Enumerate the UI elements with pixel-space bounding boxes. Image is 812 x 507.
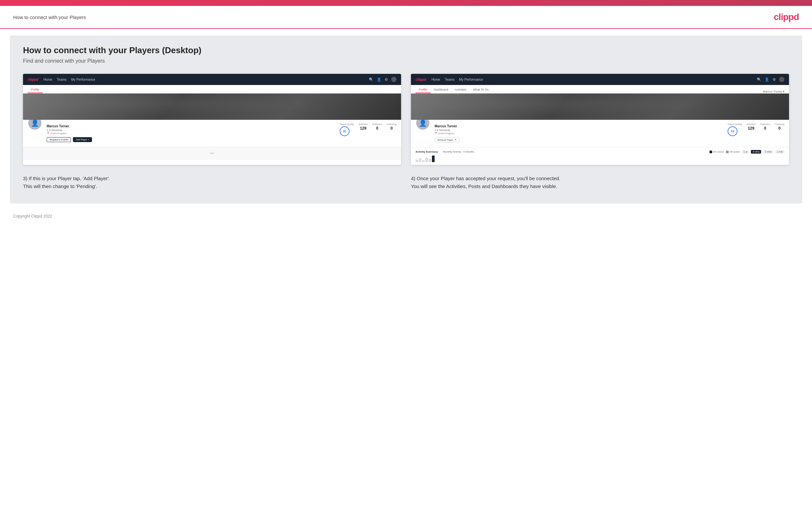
following-stat-2: Following 0 <box>774 123 784 130</box>
tab-activities-2[interactable]: Activities <box>452 88 470 93</box>
description-col-2: 4) Once your Player has accepted your re… <box>411 175 789 190</box>
legend-offcourse: Off course <box>726 151 740 153</box>
activities-stat-1: Activities 129 <box>359 123 368 130</box>
main-content: How to connect with your Players (Deskto… <box>10 36 802 204</box>
avatar-icon-2: 👤 <box>419 119 427 127</box>
screenshot-bottom-1: ✂ <box>23 147 401 160</box>
chart-bar-1 <box>415 160 418 162</box>
player-handicap-1: 1-5 Handicap <box>47 129 335 131</box>
avatar-icon-1: 👤 <box>31 119 39 127</box>
profile-info-2: 👤 Marcus Turner 1-5 Handicap 📍 United Ki… <box>411 120 789 147</box>
chart-bar-5 <box>429 159 431 162</box>
request-follow-button[interactable]: Request to Follow <box>47 137 71 142</box>
player-location-2: 📍 United Kingdom <box>435 132 723 134</box>
tab-profile-2[interactable]: Profile <box>415 88 430 93</box>
description-text-2: 4) Once your Player has accepted your re… <box>411 175 789 190</box>
settings-icon-2[interactable]: ⚙ <box>773 77 776 82</box>
nav-avatar-1[interactable] <box>391 77 397 82</box>
tab-profile-1[interactable]: Profile <box>28 88 43 93</box>
player-name-2: Marcus Turner <box>435 124 723 128</box>
main-title: How to connect with your Players (Deskto… <box>23 45 789 55</box>
app-tabs-2: Profile Dashboard Activities What To On … <box>411 85 789 94</box>
quality-label-1: Player Quality <box>340 123 354 125</box>
period-1yr[interactable]: 1 yr <box>742 150 749 154</box>
settings-icon-1[interactable]: ⚙ <box>385 77 388 82</box>
banner-image-2 <box>411 94 789 120</box>
activity-title: Activity Summary <box>415 150 438 153</box>
quality-label-2: Player Quality <box>727 123 742 125</box>
location-pin-icon: 📍 <box>47 132 50 134</box>
location-pin-icon-2: 📍 <box>435 132 438 134</box>
legend-oncourse: On course <box>710 151 724 153</box>
activity-period: Monthly Activity - 6 Months <box>443 150 474 153</box>
player-location-1: 📍 United Kingdom <box>47 132 335 134</box>
footer-copyright: Copyright Clippd 2022 <box>0 210 812 224</box>
quality-circle-2: 92 <box>727 126 738 136</box>
nav-teams-2[interactable]: Teams <box>445 78 454 81</box>
quality-section-1: Player Quality 92 <box>340 123 354 136</box>
search-icon-2[interactable]: 🔍 <box>757 77 761 82</box>
user-icon-2[interactable]: 👤 <box>765 77 769 82</box>
profile-details-1: Marcus Turner 1-5 Handicap 📍 United King… <box>47 124 335 142</box>
nav-avatar-2[interactable] <box>779 77 784 82</box>
screenshot-2: clippd Home Teams My Performance 🔍 👤 ⚙ P… <box>411 74 789 165</box>
nav-home-2[interactable]: Home <box>431 78 440 81</box>
user-dropdown[interactable]: Marcus Turner ▾ <box>763 90 784 93</box>
profile-banner-1 <box>23 94 401 120</box>
quality-circle-1: 92 <box>340 126 350 136</box>
description-col-1: 3) If this is your Player tap, 'Add Play… <box>23 175 401 190</box>
period-3mths[interactable]: 3 mths <box>763 150 773 154</box>
top-bar <box>0 0 812 6</box>
app-nav-right-2: 🔍 👤 ⚙ <box>757 77 784 82</box>
nav-teams-1[interactable]: Teams <box>57 78 66 81</box>
nav-performance-1[interactable]: My Performance <box>71 78 95 81</box>
app-nav-right-1: 🔍 👤 ⚙ <box>369 77 397 82</box>
followers-stat-2: Followers 0 <box>760 123 770 130</box>
search-icon-1[interactable]: 🔍 <box>369 77 373 82</box>
profile-banner-2 <box>411 94 789 120</box>
oncourse-dot <box>710 151 712 153</box>
chart-bar-4 <box>425 158 428 162</box>
followers-stat-1: Followers 0 <box>372 123 382 130</box>
player-handicap-2: 1-5 Handicap <box>435 129 723 131</box>
activity-summary: Activity Summary Monthly Activity - 6 Mo… <box>411 147 789 165</box>
header-title: How to connect with your Players <box>13 14 86 20</box>
offcourse-dot <box>726 151 728 153</box>
nav-performance-2[interactable]: My Performance <box>459 78 483 81</box>
banner-image-1 <box>23 94 401 120</box>
header: How to connect with your Players clippd <box>0 6 812 29</box>
action-buttons-1: Request to Follow Add Player + <box>47 137 335 142</box>
close-icon: ✕ <box>455 138 457 141</box>
quality-section-2: Player Quality 92 <box>727 123 742 136</box>
chart-bar-2 <box>419 158 421 162</box>
chart-bar-6 <box>432 156 435 162</box>
period-1mth[interactable]: 1 mth <box>775 150 784 154</box>
app-nav-1: clippd Home Teams My Performance 🔍 👤 ⚙ <box>23 74 401 85</box>
scissors-icon: ✂ <box>210 150 214 157</box>
nav-home-1[interactable]: Home <box>43 78 52 81</box>
app-tabs-1: Profile <box>23 85 401 94</box>
activity-controls: On course Off course 1 yr 6 mths 3 mths … <box>710 150 784 154</box>
description-text-1: 3) If this is your Player tap, 'Add Play… <box>23 175 401 190</box>
following-stat-1: Following 0 <box>387 123 397 130</box>
screenshots-row: clippd Home Teams My Performance 🔍 👤 ⚙ P… <box>23 74 789 165</box>
remove-player-button[interactable]: Remove Player ✕ <box>435 137 460 143</box>
screenshot-1: clippd Home Teams My Performance 🔍 👤 ⚙ P… <box>23 74 401 165</box>
main-subtitle: Find and connect with your Players <box>23 58 789 64</box>
app-logo-2: clippd <box>415 77 426 81</box>
app-nav-2: clippd Home Teams My Performance 🔍 👤 ⚙ <box>411 74 789 85</box>
player-name-1: Marcus Turner <box>47 124 335 128</box>
user-icon-1[interactable]: 👤 <box>377 77 382 82</box>
tab-dashboard-2[interactable]: Dashboard <box>430 88 452 93</box>
chart-bar-3 <box>422 160 425 162</box>
activities-stat-2: Activities 129 <box>747 123 756 130</box>
logo: clippd <box>774 12 799 22</box>
tab-whattoon-2[interactable]: What To On <box>470 88 492 93</box>
chart-area <box>415 155 784 162</box>
period-6mths[interactable]: 6 mths <box>751 150 761 154</box>
profile-details-2: Marcus Turner 1-5 Handicap 📍 United King… <box>435 124 723 143</box>
activity-header: Activity Summary Monthly Activity - 6 Mo… <box>415 150 784 154</box>
app-logo-1: clippd <box>28 77 38 81</box>
profile-info-1: 👤 Marcus Turner 1-5 Handicap 📍 United Ki… <box>23 120 401 147</box>
add-player-button[interactable]: Add Player + <box>73 137 92 142</box>
